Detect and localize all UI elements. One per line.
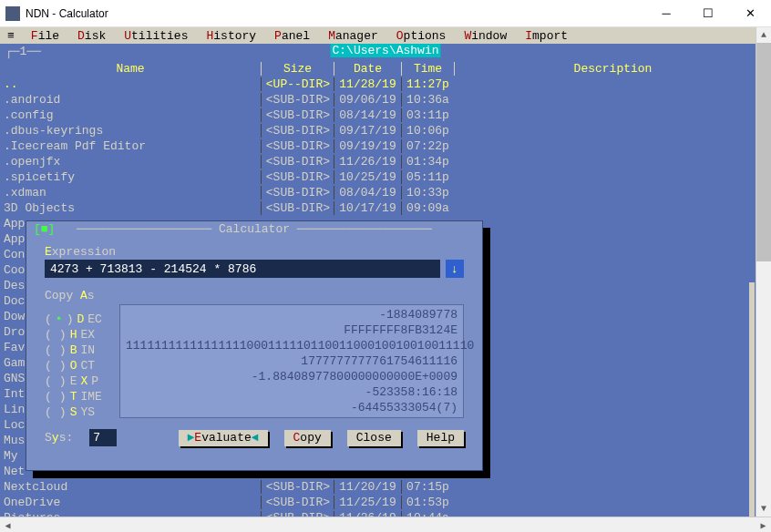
file-name: .android xyxy=(0,93,261,107)
menu-history[interactable]: History xyxy=(206,29,256,43)
file-time: 07:22p xyxy=(401,139,454,153)
menu-options[interactable]: Options xyxy=(396,29,447,43)
calculator-dialog: [■] ─────────────────── Calculator ─────… xyxy=(26,220,483,471)
header-time[interactable]: Time xyxy=(401,62,454,76)
file-row[interactable]: ..<UP--DIR>11/28/1911:27p xyxy=(0,77,771,92)
result-bin: 1111111111111111100011111011001100010010… xyxy=(126,338,457,353)
menu-manager[interactable]: Manager xyxy=(328,29,378,43)
file-size: <SUB-DIR> xyxy=(261,186,334,200)
file-name: OneDrive xyxy=(0,496,261,509)
evaluate-button[interactable]: ►Evaluate◄ xyxy=(179,430,268,446)
file-name: .openjfx xyxy=(0,155,261,169)
file-time: 01:53p xyxy=(401,496,454,509)
expression-input[interactable] xyxy=(45,260,440,278)
file-row[interactable]: OneDrive<SUB-DIR>11/25/1901:53p xyxy=(0,495,771,510)
minimize-button[interactable]: ─ xyxy=(645,0,687,27)
format-radio[interactable]: (•) DEC xyxy=(45,312,102,328)
calc-close-icon[interactable]: [■] xyxy=(34,221,55,238)
format-radio[interactable]: ( ) BIN xyxy=(45,343,102,359)
menu-window[interactable]: Window xyxy=(464,29,507,43)
format-radio[interactable]: ( ) EXP xyxy=(45,374,102,390)
maximize-button[interactable]: ☐ xyxy=(687,0,729,27)
file-time: 01:34p xyxy=(401,155,454,169)
result-oct: 1777777777761754611116 xyxy=(126,353,457,369)
file-name: Nextcloud xyxy=(0,480,261,494)
menubar: ≡ File Disk Utilities History Panel Mana… xyxy=(0,27,771,44)
file-size: <SUB-DIR> xyxy=(261,170,334,184)
scroll-right-icon[interactable]: ▶ xyxy=(756,517,771,532)
file-size: <SUB-DIR> xyxy=(261,496,334,509)
panel-drag-handle[interactable] xyxy=(749,282,755,528)
menu-import[interactable]: Import xyxy=(525,29,568,43)
help-button[interactable]: Help xyxy=(417,430,464,446)
scroll-down-icon[interactable]: ▼ xyxy=(756,501,771,517)
menu-disk[interactable]: Disk xyxy=(77,29,106,43)
path-display: C:\Users\Ashwin xyxy=(330,44,440,57)
window-title: NDN - Calculator xyxy=(26,7,645,20)
file-row[interactable]: 3D Objects<SUB-DIR>10/17/1909:09a xyxy=(0,200,771,216)
expression-label: Expression xyxy=(26,245,482,260)
file-time: 10:33p xyxy=(401,186,454,200)
file-row[interactable]: .dbus-keyrings<SUB-DIR>09/17/1910:06p xyxy=(0,123,771,138)
menu-utilities[interactable]: Utilities xyxy=(124,29,188,43)
sys-input[interactable] xyxy=(89,429,117,446)
file-date: 11/26/19 xyxy=(334,155,401,169)
file-date: 09/17/19 xyxy=(334,124,401,138)
format-radio[interactable]: ( ) SYS xyxy=(45,405,102,421)
format-radio[interactable]: ( ) OCT xyxy=(45,359,102,374)
titlebar[interactable]: NDN - Calculator ─ ☐ ✕ xyxy=(0,0,771,27)
header-size[interactable]: Size xyxy=(261,62,334,76)
copy-button[interactable]: Copy xyxy=(284,430,331,446)
result-exp: -1.88408977800000000000E+0009 xyxy=(126,369,457,384)
file-time: 10:06p xyxy=(401,124,454,138)
file-row[interactable]: Nextcloud<SUB-DIR>11/20/1907:15p xyxy=(0,479,771,495)
file-time: 05:11p xyxy=(401,170,454,184)
file-row[interactable]: .android<SUB-DIR>09/06/1910:36a xyxy=(0,92,771,107)
file-row[interactable]: .config<SUB-DIR>08/14/1903:11p xyxy=(0,107,771,123)
file-row[interactable]: .spicetify<SUB-DIR>10/25/1905:11p xyxy=(0,169,771,185)
expression-dropdown-icon[interactable]: ↓ xyxy=(446,260,464,278)
format-radio[interactable]: ( ) TIME xyxy=(45,390,102,405)
scroll-thumb[interactable] xyxy=(756,43,771,261)
file-row[interactable]: .xdman<SUB-DIR>08/04/1910:33p xyxy=(0,185,771,200)
file-date: 09/06/19 xyxy=(334,93,401,107)
horizontal-scrollbar[interactable]: ◀ ▶ xyxy=(0,517,771,532)
result-time: -523358:16:18 xyxy=(126,384,457,400)
file-size: <SUB-DIR> xyxy=(261,201,334,215)
file-date: 10/25/19 xyxy=(334,170,401,184)
copy-as-label: Copy As xyxy=(26,289,482,302)
file-row[interactable]: .openjfx<SUB-DIR>11/26/1901:34p xyxy=(0,154,771,169)
result-dec: -1884089778 xyxy=(126,307,457,322)
file-size: <SUB-DIR> xyxy=(261,124,334,138)
file-name: .spicetify xyxy=(0,170,261,184)
file-name: .dbus-keyrings xyxy=(0,124,261,138)
file-date: 10/17/19 xyxy=(334,201,401,215)
file-name: 3D Objects xyxy=(0,201,261,215)
close-button[interactable]: Close xyxy=(347,430,401,446)
scroll-left-icon[interactable]: ◀ xyxy=(0,517,15,532)
header-date[interactable]: Date xyxy=(334,62,401,76)
scroll-up-icon[interactable]: ▲ xyxy=(756,27,771,43)
file-row[interactable]: .Icecream Pdf Editor<SUB-DIR>09/19/1907:… xyxy=(0,138,771,154)
close-button[interactable]: ✕ xyxy=(729,0,771,27)
file-size: <SUB-DIR> xyxy=(261,93,334,107)
menu-file[interactable]: File xyxy=(31,29,59,43)
file-time: 03:11p xyxy=(401,108,454,122)
menu-panel[interactable]: Panel xyxy=(274,29,310,43)
header-name[interactable]: Name xyxy=(0,62,261,76)
file-date: 11/28/19 xyxy=(334,77,401,91)
column-headers: Name Size Date Time Description xyxy=(0,60,771,77)
menu-system[interactable]: ≡ xyxy=(7,29,15,43)
file-size: <SUB-DIR> xyxy=(261,155,334,169)
file-size: <SUB-DIR> xyxy=(261,480,334,494)
vertical-scrollbar[interactable]: ▲ ▼ xyxy=(756,27,771,517)
file-date: 08/04/19 xyxy=(334,186,401,200)
calc-titlebar: [■] ─────────────────── Calculator ─────… xyxy=(26,221,482,238)
header-description[interactable]: Description xyxy=(454,62,771,76)
format-radio[interactable]: ( ) HEX xyxy=(45,328,102,343)
file-date: 11/25/19 xyxy=(334,496,401,509)
result-sys: -64455333054(7) xyxy=(126,400,457,415)
format-radios: (•) DEC( ) HEX( ) BIN( ) OCT( ) EXP( ) T… xyxy=(45,312,102,421)
file-size: <UP--DIR> xyxy=(261,77,334,91)
app-icon xyxy=(5,6,20,21)
